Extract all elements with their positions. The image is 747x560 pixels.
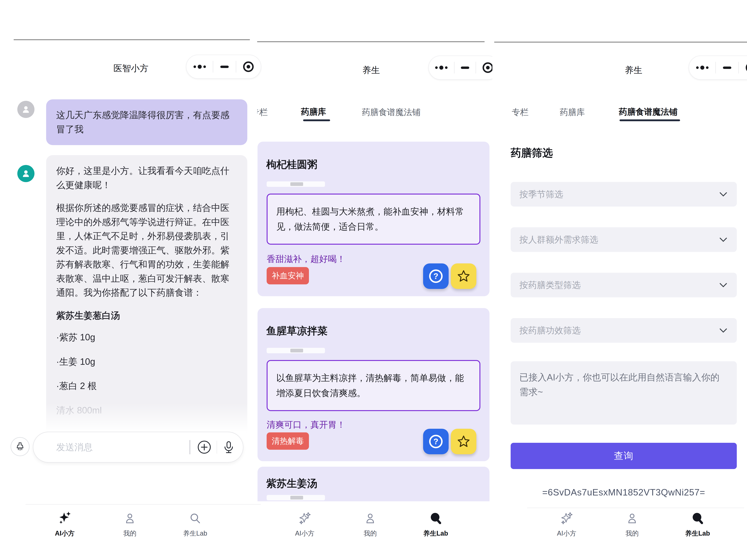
filter-type-select[interactable]: 按药膳类型筛选 [511, 273, 737, 297]
nav-label: 我的 [607, 529, 658, 538]
user-message: 这几天广东感觉降温降得很厉害，有点要感冒了我 [46, 99, 247, 145]
person-icon [21, 168, 31, 179]
sidebar-item-ai-xiaofang[interactable]: AI小方 [279, 510, 330, 548]
sidebar-item-yangsheng-lab[interactable]: 养生Lab [170, 510, 221, 548]
query-button[interactable]: 查询 [511, 443, 737, 469]
target-ring-icon[interactable] [243, 61, 254, 72]
plus-circle-icon[interactable] [197, 439, 212, 455]
message-input[interactable] [33, 442, 189, 452]
question-icon: ? [429, 435, 443, 448]
card-subtitle-strip [267, 181, 325, 187]
user-avatar-icon [21, 104, 31, 114]
status-divider [257, 42, 485, 42]
search-solid-icon [429, 511, 443, 525]
ingredient-line: ·葱白 2 根 [56, 379, 237, 393]
tab-yaoshanku[interactable]: 药膳库 [560, 107, 585, 118]
assistant-analysis: 根据你所述的感觉要感冒的症状，结合中医理论中的外感邪气等学说进行辩证。在中医里，… [56, 201, 237, 300]
input-cursor [189, 440, 190, 454]
nav-label: AI小方 [541, 529, 592, 538]
miniprogram-capsule[interactable] [689, 56, 747, 80]
effect-tag: 补血安神 [267, 267, 309, 284]
recipe-title: 紫苏生姜葱白汤 [56, 309, 237, 323]
favorite-button[interactable] [451, 263, 476, 289]
recipe-name: 枸杞桂圆粥 [266, 158, 317, 171]
star-icon [456, 434, 471, 449]
search-icon [188, 512, 202, 525]
recipe-comment: 香甜滋补，超好喝！ [267, 253, 345, 265]
tab-zhuanlan[interactable]: 专栏 [512, 107, 529, 118]
tab-zhuanlan[interactable]: 专栏 [257, 107, 268, 118]
help-button[interactable]: ? [423, 263, 448, 289]
sidebar-item-ai-xiaofang[interactable]: AI小方 [541, 510, 592, 548]
target-ring-icon[interactable] [746, 62, 747, 73]
sidebar-item-yangsheng-lab[interactable]: 养生Lab [672, 510, 723, 548]
tab-magic-shop[interactable]: 药膳食谱魔法铺 [619, 106, 677, 117]
minimize-icon[interactable] [723, 66, 731, 69]
user-avatar [17, 101, 34, 118]
nav-divider [527, 508, 744, 508]
active-tab-underline [303, 119, 330, 121]
sparkle-icon [560, 511, 573, 525]
sidebar-item-mine[interactable]: 我的 [104, 510, 155, 548]
assistant-avatar [17, 165, 34, 182]
chevron-down-icon [719, 326, 728, 335]
nav-label: 我的 [104, 529, 155, 538]
recipe-card: 枸杞桂圆粥 用枸杞、桂圆与大米熬煮，能补血安神，材料常见，做法简便，适合日常。 … [258, 142, 489, 296]
status-divider [494, 42, 747, 43]
sidebar-item-mine[interactable]: 我的 [607, 510, 658, 548]
effect-tag: 清热解毒 [267, 432, 309, 450]
favorite-button[interactable] [451, 429, 476, 454]
ingredient-line: ·紫苏 10g [56, 330, 237, 345]
more-dots-icon[interactable] [435, 65, 447, 70]
filter-effect-select[interactable]: 按药膳功效筛选 [511, 318, 737, 343]
nav-divider [26, 504, 261, 505]
person-icon [364, 512, 377, 525]
recipe-name: 鱼腥草凉拌菜 [266, 324, 328, 338]
miniprogram-capsule[interactable] [429, 56, 492, 80]
recipe-card: 鱼腥草凉拌菜 以鱼腥草为主料凉拌，清热解毒，简单易做，能增添夏日饮食清爽感。 清… [258, 308, 489, 461]
minimize-icon[interactable] [220, 65, 229, 68]
library-screen: 养生 专栏 药膳库 药膳食谱魔法铺 枸杞桂圆粥 用枸杞、桂圆与大米熬煮，能补血安… [257, 0, 492, 560]
status-divider [14, 39, 250, 40]
mic-icon[interactable] [222, 440, 236, 454]
tab-magic-shop[interactable]: 药膳食谱魔法铺 [362, 107, 420, 118]
recipe-card: 紫苏生姜汤 [258, 466, 489, 501]
target-ring-icon[interactable] [483, 62, 492, 73]
assistant-greeting: 你好，这里是小方。让我看看今天咱吃点什么更健康呢！ [56, 164, 237, 192]
sidebar-item-ai-xiaofang[interactable]: AI小方 [39, 510, 90, 548]
search-solid-icon [691, 511, 704, 525]
more-dots-icon[interactable] [194, 65, 206, 69]
chevron-down-icon [719, 235, 728, 244]
recipe-description: 以鱼腥草为主料凉拌，清热解毒，简单易做，能增添夏日饮食清爽感。 [267, 360, 480, 411]
page-title: 养生 [353, 64, 389, 76]
sidebar-item-mine[interactable]: 我的 [345, 510, 396, 548]
magic-shop-screen: 养生 专栏 药膳库 药膳食谱魔法铺 药膳筛选 按季节筛选 按人群额外需求筛选 按… [494, 0, 747, 560]
sparkle-icon [298, 511, 312, 525]
sparkle-icon [57, 510, 72, 525]
chevron-down-icon [719, 281, 728, 290]
sidebar-item-yangsheng-lab[interactable]: 养生Lab [410, 510, 461, 548]
clear-chat-button[interactable] [10, 437, 29, 456]
filter-season-select[interactable]: 按季节筛选 [511, 182, 737, 207]
miniprogram-capsule[interactable] [186, 55, 261, 79]
card-subtitle-strip [267, 495, 325, 500]
ai-hint-textarea[interactable]: 已接入AI小方，你也可以在此用自然语言输入你的需求~ [511, 361, 737, 425]
result-code: =6SvDAs7uEsxMN1852VT3QwNi257= [511, 487, 737, 498]
filter-crowd-select[interactable]: 按人群额外需求筛选 [511, 227, 737, 252]
nav-label: AI小方 [39, 529, 90, 538]
help-button[interactable]: ? [423, 429, 448, 454]
minimize-icon[interactable] [461, 66, 469, 69]
chat-screen: 医智小方 这几天广东感觉降温降得很厉害，有点要感冒了我 你好，这里是小方。让我看… [0, 0, 264, 560]
message-input-bar[interactable] [33, 432, 243, 463]
clear-chat-icon [15, 442, 25, 452]
recipe-comment: 清爽可口，真开胃！ [267, 419, 345, 431]
question-icon: ? [429, 269, 443, 283]
tab-yaoshanku[interactable]: 药膳库 [301, 106, 326, 117]
ingredient-line: ·生姜 10g [56, 355, 237, 369]
chevron-down-icon [719, 190, 728, 199]
nav-label: AI小方 [279, 529, 330, 538]
nav-label: 养生Lab [170, 529, 221, 538]
message-fade-overlay [46, 403, 247, 436]
recipe-name: 紫苏生姜汤 [266, 477, 317, 490]
more-dots-icon[interactable] [696, 65, 709, 70]
